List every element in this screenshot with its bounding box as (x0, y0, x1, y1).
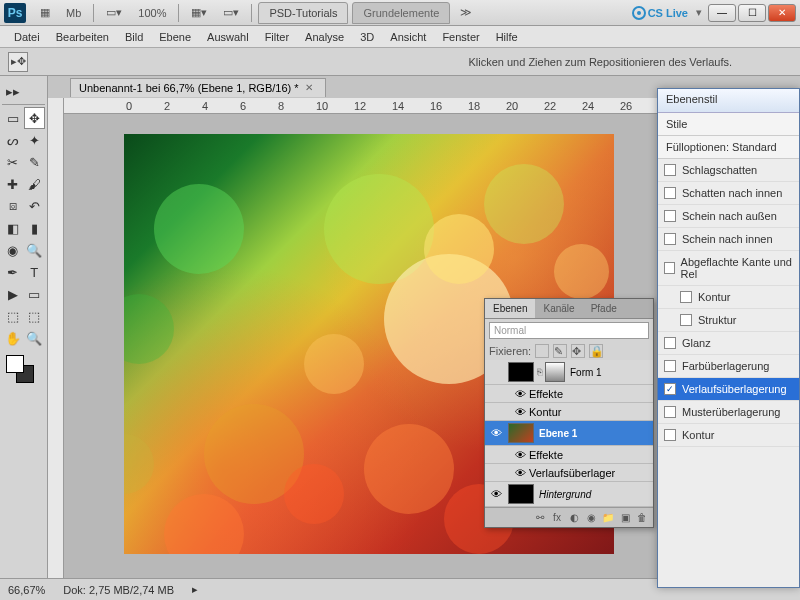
cslive-icon[interactable] (632, 6, 646, 20)
layer-row[interactable]: 👁 Ebene 1 (485, 421, 653, 446)
visibility-toggle[interactable]: 👁 (511, 388, 529, 400)
layer-row[interactable]: 👁 Hintergrund (485, 482, 653, 507)
current-tool-icon[interactable]: ▸✥ (8, 52, 28, 72)
style-checkbox[interactable] (664, 429, 676, 441)
cslive-dropdown-icon[interactable]: ▾ (696, 6, 702, 19)
maximize-button[interactable]: ☐ (738, 4, 766, 22)
layer-thumbnail[interactable] (508, 423, 534, 443)
style-checkbox[interactable] (664, 406, 676, 418)
document-tab[interactable]: Unbenannt-1 bei 66,7% (Ebene 1, RGB/16) … (70, 78, 326, 97)
style-checkbox[interactable] (664, 233, 676, 245)
layer-style-item[interactable]: Musterüberlagerung (658, 401, 799, 424)
crop-tool[interactable]: ✂ (2, 151, 24, 173)
menu-bearbeiten[interactable]: Bearbeiten (48, 28, 117, 46)
menu-bild[interactable]: Bild (117, 28, 151, 46)
history-brush-tool[interactable]: ↶ (24, 195, 46, 217)
zoom-level[interactable]: 100% (132, 5, 172, 21)
screen-mode-icon[interactable]: ▭▾ (100, 4, 128, 21)
layer-name[interactable]: Ebene 1 (537, 428, 651, 439)
layer-style-item[interactable]: Abgeflachte Kante und Rel (658, 251, 799, 286)
layer-mask-icon[interactable]: ◐ (567, 511, 581, 525)
pen-tool[interactable]: ✒ (2, 261, 24, 283)
delete-layer-icon[interactable]: 🗑 (635, 511, 649, 525)
expand-toolbox-icon[interactable]: ▸▸ (2, 80, 24, 102)
fill-options-header[interactable]: Fülloptionen: Standard (658, 136, 799, 159)
visibility-toggle[interactable]: 👁 (487, 427, 505, 439)
layer-row[interactable]: ⎘ Form 1 (485, 360, 653, 385)
close-document-icon[interactable]: ✕ (305, 82, 317, 94)
move-tool[interactable]: ✥ (24, 107, 46, 129)
menu-ansicht[interactable]: Ansicht (382, 28, 434, 46)
mask-thumbnail[interactable] (545, 362, 565, 382)
arrange-icon[interactable]: ▦▾ (185, 4, 213, 21)
dodge-tool[interactable]: 🔍 (24, 239, 46, 261)
tab-ebenen[interactable]: Ebenen (485, 299, 535, 318)
tab-pfade[interactable]: Pfade (583, 299, 625, 318)
layer-effects-row[interactable]: 👁 Effekte (485, 385, 653, 403)
blur-tool[interactable]: ◉ (2, 239, 24, 261)
layer-style-item[interactable]: Verlaufsüberlagerung (658, 378, 799, 401)
style-checkbox[interactable] (680, 291, 692, 303)
lock-all-icon[interactable]: 🔒 (589, 344, 603, 358)
layer-style-item[interactable]: Glanz (658, 332, 799, 355)
type-tool[interactable]: T (24, 261, 46, 283)
clone-stamp-tool[interactable]: ⧇ (2, 195, 24, 217)
adjustment-layer-icon[interactable]: ◉ (584, 511, 598, 525)
style-checkbox[interactable] (664, 360, 676, 372)
hand-tool[interactable]: ✋ (2, 327, 24, 349)
style-checkbox[interactable] (664, 210, 676, 222)
menu-fenster[interactable]: Fenster (434, 28, 487, 46)
layer-style-item[interactable]: Farbüberlagerung (658, 355, 799, 378)
cslive-label[interactable]: CS Live (648, 7, 688, 19)
layer-name[interactable]: Form 1 (568, 367, 651, 378)
minimize-button[interactable]: — (708, 4, 736, 22)
menu-auswahl[interactable]: Auswahl (199, 28, 257, 46)
tab-kanaele[interactable]: Kanäle (535, 299, 582, 318)
blend-mode-select[interactable]: Normal (489, 322, 649, 339)
layer-style-item[interactable]: Schatten nach innen (658, 182, 799, 205)
magic-wand-tool[interactable]: ✦ (24, 129, 46, 151)
status-doc-size[interactable]: Dok: 2,75 MB/2,74 MB (63, 584, 174, 596)
bridge-icon[interactable]: ▦ (34, 4, 56, 21)
new-layer-icon[interactable]: ▣ (618, 511, 632, 525)
visibility-toggle[interactable]: 👁 (487, 488, 505, 500)
style-checkbox[interactable] (680, 314, 692, 326)
workspace-tab-psd-tutorials[interactable]: PSD-Tutorials (258, 2, 348, 24)
menu-ebene[interactable]: Ebene (151, 28, 199, 46)
layer-name[interactable]: Hintergrund (537, 489, 651, 500)
style-checkbox[interactable] (664, 187, 676, 199)
lock-position-icon[interactable]: ✥ (571, 344, 585, 358)
menu-3d[interactable]: 3D (352, 28, 382, 46)
shape-tool[interactable]: ▭ (24, 283, 46, 305)
healing-brush-tool[interactable]: ✚ (2, 173, 24, 195)
group-icon[interactable]: 📁 (601, 511, 615, 525)
style-checkbox[interactable] (664, 262, 675, 274)
layer-thumbnail[interactable] (508, 362, 534, 382)
menu-filter[interactable]: Filter (257, 28, 297, 46)
layer-style-item[interactable]: Kontur (658, 286, 799, 309)
close-button[interactable]: ✕ (768, 4, 796, 22)
vertical-ruler[interactable] (48, 98, 64, 578)
status-zoom[interactable]: 66,67% (8, 584, 45, 596)
more-workspaces-icon[interactable]: ≫ (454, 4, 478, 21)
lock-pixels-icon[interactable]: ✎ (553, 344, 567, 358)
layer-thumbnail[interactable] (508, 484, 534, 504)
visibility-toggle[interactable]: 👁 (511, 467, 529, 479)
zoom-tool[interactable]: 🔍 (24, 327, 46, 349)
view-extras-icon[interactable]: ▭▾ (217, 4, 245, 21)
visibility-toggle[interactable]: 👁 (511, 406, 529, 418)
layer-effects-row[interactable]: 👁 Effekte (485, 446, 653, 464)
layer-style-icon[interactable]: fx (550, 511, 564, 525)
layer-style-item[interactable]: Schlagschatten (658, 159, 799, 182)
layer-style-item[interactable]: Schein nach außen (658, 205, 799, 228)
style-checkbox[interactable] (664, 164, 676, 176)
workspace-tab-grundelemente[interactable]: Grundelemente (352, 2, 450, 24)
3d-camera-tool[interactable]: ⬚ (24, 305, 46, 327)
style-checkbox[interactable] (664, 337, 676, 349)
lasso-tool[interactable]: ᔕ (2, 129, 24, 151)
layer-style-item[interactable]: Kontur (658, 424, 799, 447)
brush-tool[interactable]: 🖌 (24, 173, 46, 195)
status-menu-icon[interactable]: ▸ (192, 583, 198, 596)
link-layers-icon[interactable]: ⚯ (533, 511, 547, 525)
eraser-tool[interactable]: ◧ (2, 217, 24, 239)
